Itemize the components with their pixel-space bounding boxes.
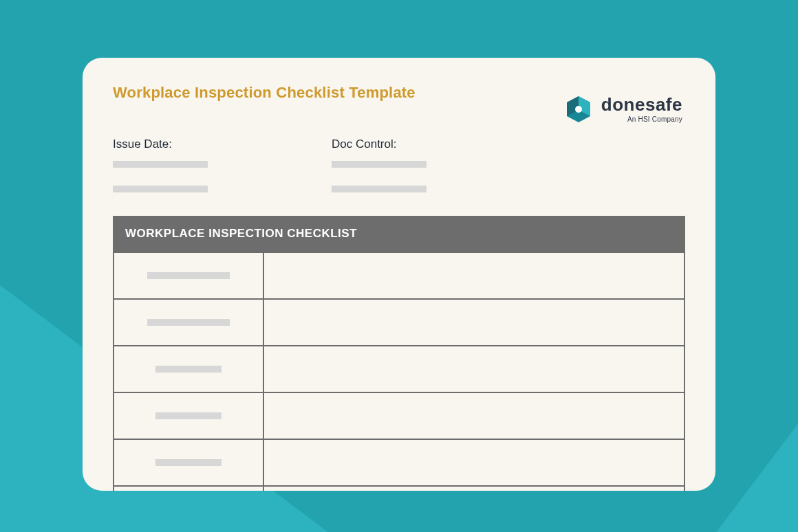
placeholder-line — [113, 161, 208, 168]
placeholder-line — [332, 186, 427, 192]
checklist-grid — [113, 252, 685, 491]
issue-date-field: Issue Date: — [113, 137, 208, 210]
row-label-cell — [114, 486, 263, 491]
brand-text: donesafe An HSI Company — [601, 96, 682, 123]
issue-date-label: Issue Date: — [113, 137, 208, 151]
row-value-cell — [263, 299, 684, 346]
row-label-cell — [114, 392, 263, 439]
header-row: Workplace Inspection Checklist Template … — [113, 82, 685, 124]
doc-control-field: Doc Control: — [332, 137, 427, 210]
placeholder-line — [147, 272, 230, 279]
table-row — [114, 346, 684, 392]
placeholder-line — [155, 412, 222, 419]
meta-fields: Issue Date: Doc Control: — [113, 137, 685, 210]
placeholder-line — [155, 459, 222, 466]
row-value-cell — [263, 392, 684, 439]
brand-tagline: An HSI Company — [601, 116, 682, 123]
table-row — [114, 486, 684, 491]
brand-logo: donesafe An HSI Company — [564, 95, 682, 124]
placeholder-line — [155, 366, 222, 373]
placeholder-line — [147, 319, 230, 326]
row-label-cell — [114, 346, 263, 392]
placeholder-line — [332, 161, 427, 168]
placeholder-line — [113, 186, 208, 192]
background: Workplace Inspection Checklist Template … — [0, 0, 798, 532]
table-row — [114, 252, 684, 299]
row-value-cell — [263, 252, 684, 299]
doc-control-label: Doc Control: — [332, 137, 427, 151]
svg-point-3 — [575, 106, 582, 113]
brand-name: donesafe — [601, 96, 682, 113]
table-header: WORKPLACE INSPECTION CHECKLIST — [113, 216, 685, 252]
table-row — [114, 392, 684, 439]
row-value-cell — [263, 439, 684, 486]
row-label-cell — [114, 439, 263, 486]
table-row — [114, 299, 684, 346]
row-label-cell — [114, 299, 263, 346]
hexagon-icon — [564, 95, 593, 124]
document-card: Workplace Inspection Checklist Template … — [83, 58, 715, 491]
row-value-cell — [263, 486, 684, 491]
row-label-cell — [114, 252, 263, 299]
row-value-cell — [263, 346, 684, 392]
doc-title: Workplace Inspection Checklist Template — [113, 84, 416, 102]
checklist-table: WORKPLACE INSPECTION CHECKLIST — [113, 216, 685, 491]
table-row — [114, 439, 684, 486]
